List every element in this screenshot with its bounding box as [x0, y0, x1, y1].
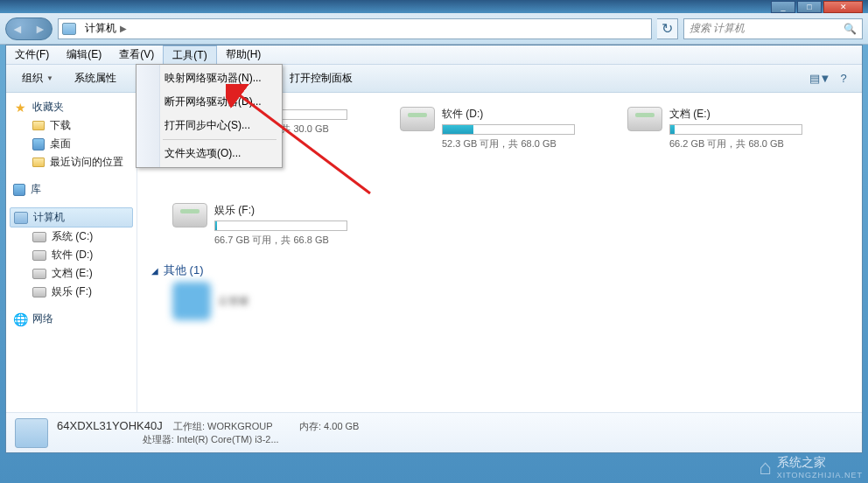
drive-free-text: 52.3 GB 可用，共 68.0 GB — [442, 137, 575, 150]
sidebar-computer[interactable]: 计算机 — [10, 207, 133, 228]
chevron-down-icon: ▼ — [820, 72, 831, 85]
drive-icon — [32, 287, 46, 298]
cmd-open-control-panel[interactable]: 打开控制面板 — [281, 68, 361, 89]
nav-back-forward[interactable]: ◄ ► — [5, 18, 52, 40]
menu-separator — [163, 139, 276, 140]
drive-item[interactable]: 娱乐 (F:)66.7 GB 可用，共 66.8 GB — [172, 203, 347, 247]
tools-dropdown: 映射网络驱动器(N)... 断开网络驱动器(D)... 打开同步中心(S)...… — [136, 64, 283, 168]
drive-icon — [32, 232, 46, 242]
sidebar-network[interactable]: 🌐网络 — [10, 310, 133, 328]
drive-usage-bar — [214, 220, 347, 231]
sidebar-item-recent[interactable]: 最近访问的位置 — [10, 153, 133, 172]
maximize-button[interactable]: □ — [797, 1, 822, 13]
search-input[interactable]: 搜索 计算机 🔍 — [683, 18, 863, 39]
sidebar-item-label: 娱乐 (F:) — [52, 284, 92, 299]
sidebar-libraries-label: 库 — [31, 182, 41, 197]
cmd-organize[interactable]: 组织 ▼ — [13, 68, 62, 89]
menu-tools[interactable]: 工具(T) — [163, 46, 216, 64]
disclosure-triangle-icon: ◢ — [151, 266, 158, 276]
computer-large-icon — [15, 418, 48, 448]
explorer-window: 文件(F) 编辑(E) 查看(V) 工具(T) 帮助(H) 映射网络驱动器(N)… — [5, 45, 863, 453]
drive-icon — [400, 107, 435, 131]
drive-name: 软件 (D:) — [442, 107, 575, 122]
menu-folder-options[interactable]: 文件夹选项(O)... — [138, 142, 280, 165]
refresh-button[interactable]: ↻ — [657, 18, 678, 39]
details-workgroup-value: WORKGROUP — [207, 421, 272, 431]
folder-icon — [32, 158, 45, 167]
address-bar-row: ◄ ► 计算机 ▶ ↻ 搜索 计算机 🔍 — [0, 13, 868, 45]
sidebar-item-drive-d[interactable]: 软件 (D:) — [10, 246, 133, 264]
computer-icon — [14, 212, 28, 224]
details-memory-label: 内存: — [299, 421, 321, 431]
drive-icon — [32, 269, 46, 279]
cmd-system-properties[interactable]: 系统属性 — [66, 68, 125, 89]
sidebar-item-desktop[interactable]: 桌面 — [10, 135, 133, 153]
sidebar-item-drive-c[interactable]: 系统 (C:) — [10, 228, 133, 246]
desktop-icon — [32, 138, 45, 150]
menu-edit[interactable]: 编辑(E) — [58, 46, 110, 64]
sidebar-item-downloads[interactable]: 下载 — [10, 116, 133, 135]
chevron-right-icon[interactable]: ▶ — [120, 24, 127, 33]
folder-icon — [32, 121, 45, 130]
breadcrumb-computer[interactable]: 计算机 — [81, 21, 120, 36]
search-placeholder: 搜索 计算机 — [690, 21, 745, 36]
watermark-brand: 系统之家 — [777, 455, 826, 469]
network-icon: 🌐 — [13, 312, 27, 326]
details-name: 64XDXL31YOHK40J — [57, 419, 163, 432]
drive-free-text: 66.2 GB 可用，共 68.0 GB — [669, 137, 802, 150]
sidebar-item-label: 桌面 — [50, 136, 71, 151]
forward-icon[interactable]: ► — [34, 22, 46, 36]
explorer-body: ★收藏夹 下载 桌面 最近访问的位置 库 计算机 系统 (C:) 软件 (D:)… — [6, 93, 862, 412]
library-icon — [13, 184, 25, 196]
sidebar-computer-label: 计算机 — [33, 210, 65, 225]
app-icon — [172, 282, 211, 320]
menu-open-sync-center[interactable]: 打开同步中心(S)... — [138, 114, 280, 137]
search-icon: 🔍 — [844, 23, 857, 35]
menu-disconnect-network-drive[interactable]: 断开网络驱动器(D)... — [138, 90, 280, 114]
cmd-organize-label: 组织 — [22, 71, 43, 86]
close-button[interactable]: ✕ — [823, 1, 863, 13]
help-button[interactable]: ? — [832, 68, 855, 89]
drive-usage-bar — [669, 124, 802, 135]
sidebar-favorites[interactable]: ★收藏夹 — [10, 98, 133, 116]
back-icon[interactable]: ◄ — [11, 22, 24, 36]
drive-free-text: 66.7 GB 可用，共 66.8 GB — [214, 234, 347, 247]
sidebar-item-label: 下载 — [50, 118, 71, 133]
menu-map-network-drive[interactable]: 映射网络驱动器(N)... — [138, 66, 280, 90]
menu-help[interactable]: 帮助(H) — [217, 46, 270, 64]
section-other[interactable]: ◢ 其他 (1) — [151, 259, 848, 282]
chevron-down-icon: ▼ — [46, 74, 53, 82]
sidebar-item-label: 软件 (D:) — [52, 248, 93, 262]
drive-item[interactable]: 文档 (E:)66.2 GB 可用，共 68.0 GB — [627, 107, 802, 150]
other-item[interactable]: 云管家 — [172, 282, 347, 320]
sidebar-libraries[interactable]: 库 — [10, 180, 133, 199]
sidebar-network-label: 网络 — [32, 312, 53, 326]
drive-icon — [627, 107, 662, 131]
details-cpu-value: Intel(R) Core(TM) i3-2... — [177, 434, 279, 444]
drive-usage-bar — [442, 124, 575, 135]
sidebar-favorites-label: 收藏夹 — [32, 100, 64, 115]
watermark: ⌂ 系统之家 XITONGZHIJIA.NET — [759, 455, 863, 480]
menu-file[interactable]: 文件(F) — [6, 46, 58, 64]
section-other-label: 其他 (1) — [164, 262, 204, 278]
command-bar: 组织 ▼ 系统属性 打开控制面板 ▤▼ ? — [6, 65, 862, 93]
computer-icon — [62, 23, 76, 35]
details-cpu-label: 处理器: — [143, 434, 174, 444]
view-mode-button[interactable]: ▤▼ — [808, 68, 831, 89]
details-memory-value: 4.00 GB — [324, 421, 359, 431]
drive-name: 娱乐 (F:) — [214, 203, 347, 218]
menu-view[interactable]: 查看(V) — [110, 46, 163, 64]
drive-item[interactable]: 软件 (D:)52.3 GB 可用，共 68.0 GB — [400, 107, 575, 150]
house-icon: ⌂ — [759, 455, 772, 480]
sidebar-item-drive-e[interactable]: 文档 (E:) — [10, 264, 133, 283]
drive-icon — [172, 203, 207, 228]
address-box[interactable]: 计算机 ▶ — [58, 18, 652, 39]
minimize-button[interactable]: _ — [771, 1, 795, 13]
view-icon: ▤ — [809, 72, 820, 85]
star-icon: ★ — [13, 101, 27, 115]
navigation-pane: ★收藏夹 下载 桌面 最近访问的位置 库 计算机 系统 (C:) 软件 (D:)… — [6, 93, 137, 412]
details-pane: 64XDXL31YOHK40J 工作组: WORKGROUP 内存: 4.00 … — [6, 412, 862, 452]
drive-icon — [32, 250, 46, 261]
sidebar-item-drive-f[interactable]: 娱乐 (F:) — [10, 283, 133, 301]
watermark-sub: XITONGZHIJIA.NET — [777, 471, 863, 480]
